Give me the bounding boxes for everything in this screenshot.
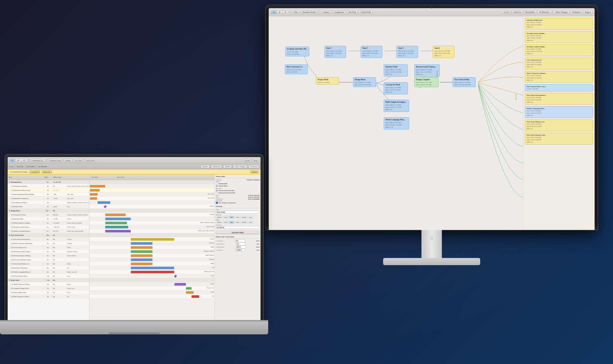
gantt-row-fvs: ▼ First Vertical Slice 32w 2h: [8, 233, 89, 237]
radio-undetermined[interactable]: Undetermined: [216, 183, 260, 185]
conv-val-year[interactable]: [235, 249, 245, 251]
imac-reschedule-btn[interactable]: Reschedule: [524, 10, 537, 14]
mb-seg-resources[interactable]: ☰: [21, 159, 27, 162]
task-node-build-sample[interactable]: Build Sample In-Engine... Start: 9/28/15…: [384, 100, 409, 112]
conv-row-day: 1 work day = hours: [216, 239, 260, 242]
task-node-task2[interactable]: Task 2 Start: 9/29/15, 4:57 PMEnd: 9/30/…: [361, 46, 382, 58]
rp-first-zone-monster[interactable]: First Zone Monster Art Start: 10/5/15, 5…: [525, 120, 593, 131]
changes-count: 14 Unpublished Changes: [10, 171, 28, 173]
gantt-row-3-1: 3.1) Concept Art Push 2w 4d 0.5h Lauren,…: [8, 213, 89, 217]
task-node-project-pitch[interactable]: Project Pitch 9/25/15, 4:57 PM: [316, 77, 339, 85]
task-node-evaluate[interactable]: Evaluate and Select Mi... 9/1/15, 4:57 P…: [285, 46, 309, 56]
reject-all-btn[interactable]: Reject All: [42, 170, 52, 173]
duration-days[interactable]: days: [229, 216, 234, 218]
imac-connect-btn[interactable]: Connect: [321, 10, 331, 14]
duration-hours[interactable]: hours: [223, 216, 229, 218]
rp-first-vert-com[interactable]: First Vertical Slice Com... 11/16/15, 5:…: [525, 84, 593, 91]
radio-backward[interactable]: Backward from Fixed End: [216, 192, 260, 194]
effort-hours[interactable]: hours: [223, 221, 229, 224]
mb-seg-gantt[interactable]: ⊟: [9, 159, 15, 162]
duration-months[interactable]: months: [241, 216, 247, 218]
rp-media-campaign2[interactable]: Media Campaign Phas... Start: 10/5/15, 5…: [525, 106, 593, 118]
bar-item-4-8: [131, 267, 174, 269]
publish-btn[interactable]: Publish: [250, 170, 258, 173]
insp-row-effort: Effort: [216, 219, 260, 221]
seg-btn-gantt[interactable]: ⊟: [271, 11, 277, 14]
insp-currency-input[interactable]: [216, 226, 260, 229]
effort-minutes[interactable]: minutes: [216, 221, 223, 224]
task-node-task1[interactable]: Task 1 Start: 9/29/15, 4:57 PMEnd: 9/29/…: [324, 46, 346, 58]
mb-reset-btn[interactable]: Reset: [252, 159, 259, 162]
mb-sim-btn[interactable]: Simulation: [211, 165, 222, 168]
radio-forward[interactable]: Forward from Fixed Start: [216, 190, 260, 192]
duration-weeks[interactable]: weeks: [234, 216, 240, 218]
rp-first-zone-env[interactable]: First Zone Environment... Start: 10/5/15…: [525, 93, 593, 105]
effort-days[interactable]: days: [229, 221, 234, 224]
task-node-task3[interactable]: Task 3 Start: 9/30/15, 4:57 PMEnd: 9/30/…: [396, 46, 418, 58]
task-node-research-eval[interactable]: Research and Evaluate... Start: 9/28/15,…: [414, 64, 440, 77]
effort-months[interactable]: months: [241, 221, 247, 224]
mb-sort-btn[interactable]: Sort Task: [73, 159, 83, 162]
insp-dates-format-input[interactable]: [216, 211, 260, 214]
seg-btn-resources[interactable]: ☰: [283, 11, 288, 14]
mb-show-changes-btn[interactable]: Show Changes: [233, 165, 247, 168]
imac-view-segment[interactable]: ⊟ ⊞ ☰: [271, 10, 289, 14]
rp-basic-char-anim[interactable]: Basic Character Animat... Start: 10/5/15…: [525, 71, 593, 83]
imac-critical-path-btn[interactable]: Critical Path: [359, 10, 373, 14]
bar-item-3-3: [105, 222, 127, 224]
imac-catchup-btn[interactable]: Catch Up: [511, 10, 523, 14]
mb-reports-btn[interactable]: Reports: [201, 165, 209, 168]
task-node-task4[interactable]: Task 4 Start: 10/1/15, 4:57 PMEnd: 10/1/…: [433, 46, 454, 58]
edit-work-week-btn[interactable]: Edit Work Week: [216, 231, 260, 234]
imac-assignment-btn[interactable]: Assignment: [332, 10, 346, 14]
seg-btn-network[interactable]: ⊞: [277, 11, 283, 14]
imac-show-changes-btn[interactable]: Show Changes: [554, 10, 570, 14]
mb-violations-btn[interactable]: Violations: [249, 165, 259, 168]
rp-develop-enemy[interactable]: Develop Enemy Pathin... Start: 10/6/15, …: [525, 31, 593, 43]
imac-view-btn[interactable]: View: [292, 10, 300, 14]
mb-critical-path-btn[interactable]: Critical Path: [84, 159, 96, 162]
radio-dot-backward[interactable]: [216, 192, 218, 194]
task-node-media-campaign[interactable]: Media Campaign Phas... Start: 9/28/15, 4…: [384, 117, 409, 130]
radio-dot-undetermined[interactable]: [216, 183, 218, 185]
conv-val-month[interactable]: [235, 245, 246, 248]
effort-years[interactable]: years: [248, 221, 253, 224]
duration-years[interactable]: years: [248, 216, 253, 218]
cb-quicklook[interactable]: Save a Quick Look preview: [216, 202, 260, 204]
mb-seg-network[interactable]: ⊞: [15, 159, 21, 162]
duration-minutes[interactable]: minutes: [216, 216, 223, 218]
bar-1-4: Jaye, Julie: [89, 196, 215, 201]
imac-level-btn[interactable]: Level: [502, 10, 511, 14]
task-node-design-complete[interactable]: Design Complete Start: 10/5/15, 4:57 PME…: [414, 77, 439, 87]
task-node-concept-art-push[interactable]: Concept Art Push Start: 9/28/15, 4:57 PM…: [384, 82, 408, 95]
mb-connect-btn[interactable]: Connect: [64, 159, 73, 162]
imac-baseline-btn[interactable]: Baseline/Actual: [301, 10, 317, 14]
accept-all-btn[interactable]: Accept All: [30, 170, 40, 173]
radio-dot-forward[interactable]: [216, 190, 218, 192]
radio-specific[interactable]: Specific Dates: [216, 185, 260, 187]
task-node-contractor[interactable]: Hire Contractor A... Start: 9/1/15, 4:57…: [285, 64, 308, 74]
task-node-first-vertical-slice[interactable]: First Vertical Slice Start: 10/5/15, 4:5…: [453, 77, 476, 87]
rp-develop-combat[interactable]: Develop Combat Engin... Start: 10/6/15, …: [525, 44, 593, 56]
imac-violations-btn[interactable]: Violations: [570, 10, 582, 14]
mb-accept-btn[interactable]: Accept: [243, 159, 251, 162]
conv-val-week[interactable]: [236, 242, 246, 245]
mb-publish-btn[interactable]: Publish: [223, 165, 232, 168]
radio-dot-specific[interactable]: [216, 185, 218, 187]
insp-value-end: 11/16/15, 5:02 PM: [248, 196, 260, 198]
assignee-3-5: Shinji, Jaye, Julie, Satoshi: [198, 230, 214, 231]
rp-interface-polish[interactable]: Interface Polish Pass Start: 10/5/15, 5:…: [525, 18, 593, 30]
mb-baseline-btn[interactable]: Baseline/Actual: [48, 159, 63, 162]
rp-first-zone-monster-ani[interactable]: First Zone Monster Ani... Start: 10/5/15…: [525, 133, 593, 145]
conv-val-day[interactable]: [235, 239, 245, 242]
cb-box-quicklook[interactable]: [216, 202, 218, 204]
mb-view-segment[interactable]: ⊟ ⊞ ☰: [9, 159, 27, 162]
gantt-row-1-6: 1.6) Project Pitch 0d 1d dh Jaya: [8, 205, 89, 209]
task-node-interface-push[interactable]: Interface Push Start: 9/28/15, 4:57 PMEn…: [384, 64, 408, 77]
imac-sort-btn[interactable]: Sort Task: [347, 10, 358, 14]
effort-weeks[interactable]: weeks: [234, 221, 240, 224]
imac-baseline-set-btn[interactable]: Set Baseline: [537, 10, 551, 14]
imac-inspect-btn[interactable]: Inspect: [583, 10, 593, 14]
task-node-design-phase[interactable]: Design Phase Start: 9/28/15, 4:57 PMEnd:…: [353, 77, 376, 87]
rp-core-character[interactable]: Core Character Art Start: 10/5/15, 5:02 …: [525, 58, 593, 69]
